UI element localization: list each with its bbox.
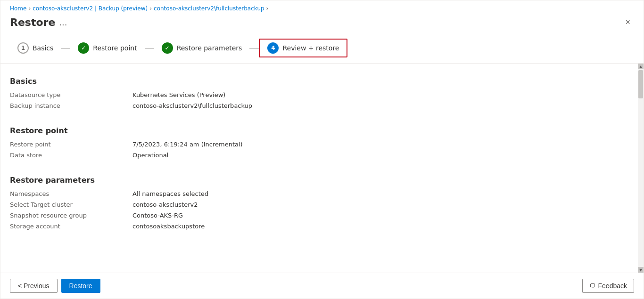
step-basics[interactable]: 1 Basics (10, 40, 61, 57)
step-sep-1 (61, 48, 70, 48)
wizard-steps: 1 Basics ✓ Restore point ✓ Restore param… (0, 33, 644, 64)
restore-point-row: Restore point 7/5/2023, 6:19:24 am (Incr… (10, 141, 628, 148)
step-restore-parameters-label: Restore parameters (177, 44, 242, 52)
step-restore-point-icon: ✓ (78, 42, 89, 54)
scroll-up-button[interactable]: ▲ (638, 64, 644, 69)
step-review-restore[interactable]: 4 Review + restore (259, 39, 347, 57)
basics-datasource-label: Datasource type (10, 91, 132, 98)
feedback-button[interactable]: 🗨 Feedback (582, 279, 634, 293)
step-basics-icon: 1 (17, 42, 29, 54)
page-title: Restore (10, 16, 55, 28)
target-cluster-row: Select Target cluster contoso-akscluster… (10, 201, 628, 208)
divider-1 (10, 113, 628, 122)
step-sep-3 (249, 48, 259, 48)
breadcrumb-sep-1: › (28, 5, 31, 12)
restore-point-value: 7/5/2023, 6:19:24 am (Incremental) (132, 141, 243, 148)
previous-button[interactable]: < Previous (10, 279, 58, 293)
footer: < Previous Restore 🗨 Feedback (0, 273, 644, 299)
namespaces-value: All namespaces selected (132, 190, 208, 197)
restore-button[interactable]: Restore (61, 279, 100, 293)
basics-instance-value: contoso-aksclusterv2\fullclusterbackup (132, 102, 252, 109)
step-sep-2 (145, 48, 154, 48)
step-basics-label: Basics (33, 44, 53, 52)
breadcrumb-sep-3: › (266, 5, 269, 12)
data-store-value: Operational (132, 152, 168, 159)
more-options-icon[interactable]: ... (59, 17, 67, 27)
step-restore-parameters[interactable]: ✓ Restore parameters (154, 40, 250, 57)
storage-account-label: Storage account (10, 223, 132, 230)
step-review-restore-icon: 4 (267, 42, 279, 54)
snapshot-rg-value: Contoso-AKS-RG (132, 212, 183, 219)
storage-account-value: contosoaksbackupstore (132, 223, 205, 230)
step-review-restore-label: Review + restore (282, 44, 339, 52)
close-button[interactable]: × (621, 16, 634, 29)
scroll-down-button[interactable]: ▼ (638, 267, 644, 273)
basics-section-title: Basics (10, 77, 628, 86)
basics-instance-row: Backup instance contoso-aksclusterv2\ful… (10, 102, 628, 109)
restore-parameters-section-title: Restore parameters (10, 176, 628, 185)
scrollbar-track: ▲ ▼ (638, 64, 644, 273)
step-restore-point[interactable]: ✓ Restore point (70, 40, 144, 57)
target-cluster-value: contoso-aksclusterv2 (132, 201, 198, 208)
data-store-row: Data store Operational (10, 152, 628, 159)
scrollbar-thumb[interactable] (638, 70, 643, 98)
feedback-icon: 🗨 (589, 283, 595, 290)
data-store-label: Data store (10, 152, 132, 159)
snapshot-rg-label: Snapshot resource group (10, 212, 132, 219)
namespaces-label: Namespaces (10, 190, 132, 197)
breadcrumb-instance[interactable]: contoso-aksclusterv2\fullclusterbackup (154, 5, 264, 12)
basics-datasource-value: Kubernetes Services (Preview) (132, 91, 225, 98)
restore-panel: Home › contoso-aksclusterv2 | Backup (pr… (0, 0, 644, 299)
step-restore-parameters-icon: ✓ (162, 42, 173, 54)
header-left: Restore ... (10, 16, 67, 28)
content-area: Basics Datasource type Kubernetes Servic… (0, 64, 644, 273)
step-restore-point-label: Restore point (93, 44, 137, 52)
restore-point-label: Restore point (10, 141, 132, 148)
basics-instance-label: Backup instance (10, 102, 132, 109)
breadcrumb-sep-2: › (149, 5, 152, 12)
breadcrumb-home[interactable]: Home (10, 5, 26, 12)
storage-account-row: Storage account contosoaksbackupstore (10, 223, 628, 230)
restore-point-section-title: Restore point (10, 126, 628, 135)
basics-datasource-row: Datasource type Kubernetes Services (Pre… (10, 91, 628, 98)
divider-2 (10, 162, 628, 172)
panel-header: Restore ... × (0, 14, 644, 33)
target-cluster-label: Select Target cluster (10, 201, 132, 208)
breadcrumb-backup[interactable]: contoso-aksclusterv2 | Backup (preview) (33, 5, 148, 12)
breadcrumb: Home › contoso-aksclusterv2 | Backup (pr… (0, 0, 644, 14)
footer-left-actions: < Previous Restore (10, 279, 100, 293)
namespaces-row: Namespaces All namespaces selected (10, 190, 628, 197)
feedback-label: Feedback (598, 282, 627, 290)
snapshot-rg-row: Snapshot resource group Contoso-AKS-RG (10, 212, 628, 219)
